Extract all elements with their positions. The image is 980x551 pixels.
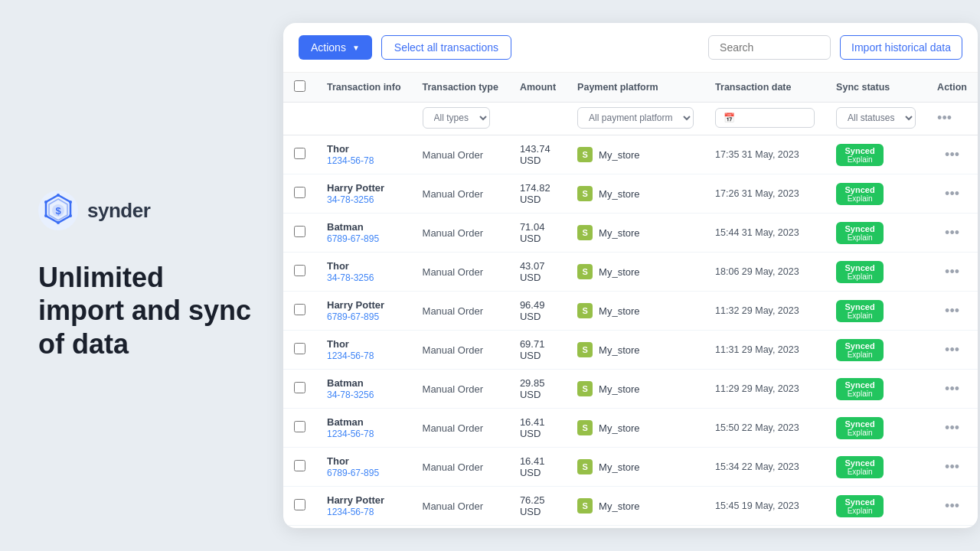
date-cell: 15:44 31 May, 2023 [704,214,825,253]
sync-badge: Synced Explain [836,339,884,361]
row-action-dots[interactable]: ••• [945,459,959,474]
platform-cell: S My_store [567,253,704,292]
filter-action-dots[interactable]: ••• [937,110,952,126]
select-all-checkbox[interactable] [294,80,305,92]
sync-badge: Synced Explain [836,144,884,166]
explain-label[interactable]: Explain [848,233,873,242]
transaction-info-cell: Thor 6789-67-895 [316,448,412,487]
transaction-id[interactable]: 1234-56-78 [327,429,374,439]
row-checkbox-1[interactable] [294,187,305,198]
row-action-dots[interactable]: ••• [945,186,959,201]
transaction-info-cell: Batman 1234-56-78 [316,409,412,448]
row-action-dots[interactable]: ••• [945,147,959,162]
action-cell: ••• [926,448,978,487]
row-checkbox-9[interactable] [294,499,305,510]
row-checkbox-4[interactable] [294,304,305,315]
explain-label[interactable]: Explain [848,429,873,437]
sync-badge: Synced Explain [836,456,884,478]
search-input[interactable] [708,35,831,60]
transaction-name: Batman [327,221,401,233]
import-historical-button[interactable]: Import historical data [840,35,962,60]
transaction-id[interactable]: 34-78-3256 [327,272,374,283]
platform-cell: S My_store [567,214,704,253]
date-filter[interactable]: 📅 [715,108,815,128]
action-cell: ••• [926,487,978,526]
transaction-type-cell: Manual Order [412,448,509,487]
transaction-name: Thor [327,260,401,272]
explain-label[interactable]: Explain [848,155,873,164]
sync-status-cell: Synced Explain [825,292,926,331]
transaction-id[interactable]: 6789-67-895 [327,311,379,322]
type-filter[interactable]: All types [423,107,490,129]
row-action-dots[interactable]: ••• [945,303,959,318]
amount-cell: 143.74 USD [509,135,567,174]
row-action-dots[interactable]: ••• [945,225,959,240]
transaction-id[interactable]: 34-78-3256 [327,194,374,205]
row-action-dots[interactable]: ••• [945,420,959,435]
synced-label: Synced [845,341,875,350]
row-checkbox-8[interactable] [294,460,305,471]
table-wrap: Transaction info Transaction type Amount… [283,73,978,528]
row-checkbox-2[interactable] [294,226,305,237]
explain-label[interactable]: Explain [848,468,873,476]
select-all-button[interactable]: Select all transactions [381,35,511,60]
svg-point-10 [44,201,47,204]
sync-status-cell: Synced Explain [825,174,926,214]
transaction-type-cell: Manual Order [412,292,509,331]
status-filter[interactable]: All statuses [836,107,916,129]
platform-name: My_store [599,461,639,473]
amount-cell: 76.25 USD [509,487,567,526]
sync-status-cell: Synced Explain [825,214,926,253]
transaction-id[interactable]: 1234-56-78 [327,155,374,166]
explain-label[interactable]: Explain [848,311,873,320]
amount-cell: 96.49 USD [509,292,567,331]
platform-filter[interactable]: All payment platform [577,107,694,129]
explain-label[interactable]: Explain [848,390,873,398]
transaction-id[interactable]: 6789-67-895 [327,233,379,244]
platform-name: My_store [599,227,639,239]
svg-point-5 [57,194,60,197]
header-transaction-date: Transaction date [704,73,825,103]
row-action-dots[interactable]: ••• [945,498,959,514]
row-action-dots[interactable]: ••• [945,264,959,279]
shopify-icon: S [577,498,593,514]
row-checkbox-0[interactable] [294,148,305,159]
actions-button[interactable]: Actions ▼ [299,35,372,60]
row-action-dots[interactable]: ••• [945,342,959,357]
transaction-id[interactable]: 34-78-3256 [327,390,374,400]
platform-name: My_store [599,305,639,317]
sync-badge: Synced Explain [836,183,884,205]
table-row: Thor 1234-56-78 Manual Order 143.74 USD … [283,135,978,174]
row-checkbox-5[interactable] [294,343,305,354]
explain-label[interactable]: Explain [848,194,873,203]
row-action-dots[interactable]: ••• [945,381,959,396]
sync-status-cell: Synced Explain [825,370,926,409]
explain-label[interactable]: Explain [848,272,873,281]
table-row: Harry Potter 34-78-3256 Manual Order 174… [283,174,978,214]
date-cell: 11:31 29 May, 2023 [704,331,825,370]
transaction-name: Thor [327,338,401,350]
transaction-id[interactable]: 1234-56-78 [327,507,374,517]
explain-label[interactable]: Explain [848,350,873,359]
table-row: Batman 34-78-3256 Manual Order 29.85 USD… [283,370,978,409]
table-row: Batman 1234-56-78 Manual Order 16.41 USD… [283,409,978,448]
transaction-info-cell: Thor 1234-56-78 [316,135,412,174]
synced-label: Synced [845,497,875,507]
explain-label[interactable]: Explain [848,507,873,515]
sync-status-cell: Synced Explain [825,448,926,487]
transactions-table: Transaction info Transaction type Amount… [283,73,978,526]
transaction-name: Harry Potter [327,494,401,506]
header-amount: Amount [509,73,567,103]
svg-point-6 [69,201,72,204]
row-check-cell [283,448,316,487]
synced-label: Synced [845,263,875,272]
transaction-id[interactable]: 6789-67-895 [327,468,379,478]
transaction-id[interactable]: 1234-56-78 [327,350,374,361]
transaction-info-cell: Harry Potter 6789-67-895 [316,292,412,331]
row-checkbox-6[interactable] [294,382,305,393]
date-cell: 15:45 19 May, 2023 [704,487,825,526]
row-checkbox-7[interactable] [294,421,305,432]
transaction-info-cell: Batman 34-78-3256 [316,370,412,409]
row-checkbox-3[interactable] [294,265,305,276]
date-cell: 11:32 29 May, 2023 [704,292,825,331]
